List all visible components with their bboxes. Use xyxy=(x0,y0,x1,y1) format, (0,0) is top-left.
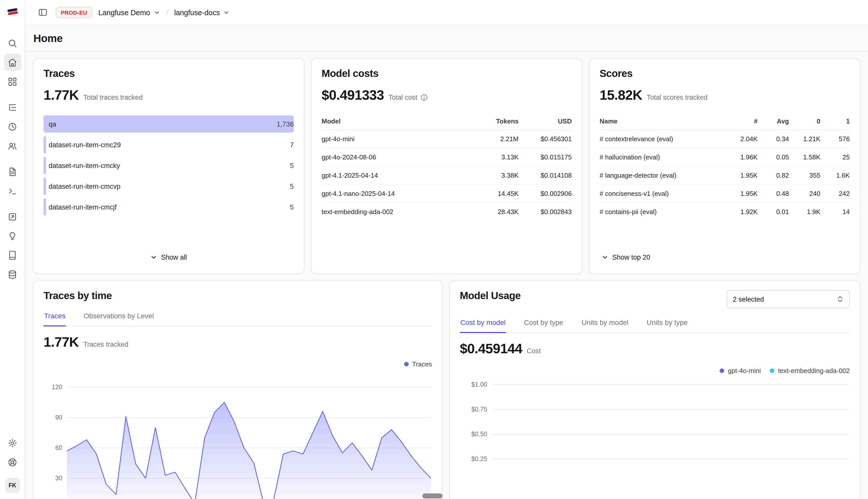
trace-bar-value: 7 xyxy=(290,141,294,148)
langfuse-logo[interactable] xyxy=(6,5,19,18)
trace-bar-row[interactable]: dataset-run-item-cmcjf5 xyxy=(44,198,294,216)
sidebar-item-support[interactable] xyxy=(4,453,21,471)
svg-text:$0.25: $0.25 xyxy=(471,455,487,462)
traces-chart-legend: Traces xyxy=(44,360,432,368)
score-cell-zero: 355 xyxy=(789,166,820,184)
model-cost-cell-model: gpt-4o-2024-08-06 xyxy=(322,148,471,166)
tab-cost-by-model[interactable]: Cost by model xyxy=(460,318,506,333)
model-cost-cell-tokens: 2.21M xyxy=(471,130,519,148)
list-tree-icon xyxy=(8,102,17,112)
top-navigation-bar: PROD-EU Langfuse Demo / langfuse-docs xyxy=(25,0,868,25)
column-one: 1 xyxy=(820,113,850,130)
svg-text:90: 90 xyxy=(55,414,62,421)
org-name: Langfuse Demo xyxy=(98,8,150,16)
org-switcher[interactable]: Langfuse Demo xyxy=(98,8,160,16)
book-icon xyxy=(8,250,17,260)
legend-dot xyxy=(720,368,724,373)
project-switcher[interactable]: langfuse-docs xyxy=(174,8,230,16)
score-row[interactable]: # conciseness-v1 (eval)1.95K0.48240242 xyxy=(599,184,850,203)
trace-bar-row[interactable]: dataset-run-item-cmcvp5 xyxy=(44,178,294,195)
dashboard-content: Traces 1.77K Total traces tracked qa1,73… xyxy=(25,52,868,499)
trace-bar-label: qa xyxy=(49,120,56,128)
model-cost-row[interactable]: text-embedding-ada-00228.43K$0.002843 xyxy=(322,203,572,221)
users-icon xyxy=(8,141,17,150)
model-cost-row[interactable]: gpt-4o-2024-08-063.13K$0.015175 xyxy=(322,148,572,166)
sidebar-item-settings[interactable] xyxy=(4,434,21,451)
score-row[interactable]: # contains-pii (eval)1.92K0.011.9K14 xyxy=(599,203,850,221)
sidebar-item-search[interactable] xyxy=(4,34,21,52)
environment-badge: PROD-EU xyxy=(56,7,92,18)
scores-tbody: # contextrelevance (eval)2.04K0.341.21K5… xyxy=(599,130,850,221)
model-cost-row[interactable]: gpt-4.1-2025-04-143.38K$0.014108 xyxy=(322,166,572,184)
score-row[interactable]: # language-detector (eval)1.95K0.823551.… xyxy=(599,166,850,184)
column-usd: USD xyxy=(519,113,572,130)
trace-bar xyxy=(44,136,46,153)
model-cost-cell-usd: $0.456301 xyxy=(519,130,572,148)
sidebar-rail: FK xyxy=(0,0,25,499)
traces-bar-list: qa1,736dataset-run-item-cmc297dataset-ru… xyxy=(44,115,294,219)
gear-icon xyxy=(8,438,17,448)
svg-text:60: 60 xyxy=(55,444,62,451)
svg-text:$1.00: $1.00 xyxy=(471,381,487,388)
sidebar-item-datasets[interactable] xyxy=(4,246,21,264)
sidebar-item-prompts[interactable] xyxy=(4,163,21,180)
traces-by-time-title: Traces by time xyxy=(44,290,432,302)
usage-cost-label: Cost xyxy=(527,347,541,355)
show-top-20-button[interactable]: Show top 20 xyxy=(599,251,652,264)
lightbulb-icon xyxy=(8,231,17,241)
langfuse-logo-icon xyxy=(6,5,19,18)
usage-cost-metric: $0.459144 xyxy=(460,341,522,357)
legend-item-traces: Traces xyxy=(404,360,432,368)
score-cell-count: 1.96K xyxy=(728,148,758,166)
sidebar-item-users[interactable] xyxy=(4,137,21,154)
column-model: Model xyxy=(322,113,471,130)
tab-traces[interactable]: Traces xyxy=(44,312,66,326)
user-avatar[interactable]: FK xyxy=(5,478,20,493)
sidebar-item-annotation[interactable] xyxy=(4,227,21,244)
model-cost-cell-usd: $0.014108 xyxy=(519,166,572,184)
legend-dot xyxy=(770,368,775,373)
legend-item-text-embedding-ada-002: text-embedding-ada-002 xyxy=(770,367,850,375)
lifebuoy-icon xyxy=(8,457,17,467)
legend-label: text-embedding-ada-002 xyxy=(778,367,850,375)
sidebar-item-sessions[interactable] xyxy=(4,118,21,135)
horizontal-scrollbar-thumb[interactable] xyxy=(423,494,443,499)
legend-item-gpt-4o-mini: gpt-4o-mini xyxy=(720,367,761,375)
legend-dot xyxy=(404,362,409,366)
sidebar-toggle-button[interactable] xyxy=(35,5,50,20)
svg-text:$0.75: $0.75 xyxy=(471,406,487,413)
tab-observations-by-level[interactable]: Observations by Level xyxy=(83,312,154,326)
score-row[interactable]: # hallucination (eval)1.96K0.051.58K25 xyxy=(599,148,850,166)
model-select[interactable]: 2 selected xyxy=(727,290,850,308)
sidebar-item-evaluation[interactable] xyxy=(4,208,21,225)
score-row[interactable]: # contextrelevance (eval)2.04K0.341.21K5… xyxy=(599,130,850,148)
show-all-button[interactable]: Show all xyxy=(148,251,189,264)
sidebar-item-home[interactable] xyxy=(4,54,21,71)
sidebar-item-dashboards[interactable] xyxy=(4,73,21,90)
trace-bar-row[interactable]: dataset-run-item-cmcky5 xyxy=(44,157,294,174)
tab-units-by-model[interactable]: Units by model xyxy=(581,318,629,333)
score-cell-one: 242 xyxy=(820,184,850,203)
model-costs-header-row: Model Tokens USD xyxy=(322,113,572,130)
traces-metric-label: Total traces tracked xyxy=(83,94,143,101)
model-cost-row[interactable]: gpt-4.1-nano-2025-04-1414.45K$0.002906 xyxy=(322,184,572,203)
traces-chart-svg: 120 90 60 30 xyxy=(44,372,433,499)
sidebar-item-database[interactable] xyxy=(4,266,21,283)
trace-bar-label: dataset-run-item-cmcvp xyxy=(49,182,120,190)
column-count: # xyxy=(728,113,758,130)
traces-by-time-card: Traces by time Traces Observations by Le… xyxy=(33,280,443,499)
usage-chart-legend: gpt-4o-mini text-embedding-ada-002 xyxy=(460,367,850,375)
tab-cost-by-type[interactable]: Cost by type xyxy=(523,318,564,333)
model-cost-row[interactable]: gpt-4o-mini2.21M$0.456301 xyxy=(322,130,572,148)
score-cell-avg: 0.01 xyxy=(758,203,789,221)
breadcrumb-separator: / xyxy=(165,8,169,17)
trace-bar-row[interactable]: qa1,736 xyxy=(44,115,294,133)
sidebar-item-tracing[interactable] xyxy=(4,99,21,116)
trace-bar-row[interactable]: dataset-run-item-cmc297 xyxy=(44,136,294,153)
tab-units-by-type[interactable]: Units by type xyxy=(646,318,688,333)
trace-bar-value: 5 xyxy=(290,182,294,190)
info-icon[interactable] xyxy=(420,94,428,101)
model-select-value: 2 selected xyxy=(733,295,764,303)
page-header: Home xyxy=(25,25,868,52)
sidebar-item-playground[interactable] xyxy=(4,182,21,199)
